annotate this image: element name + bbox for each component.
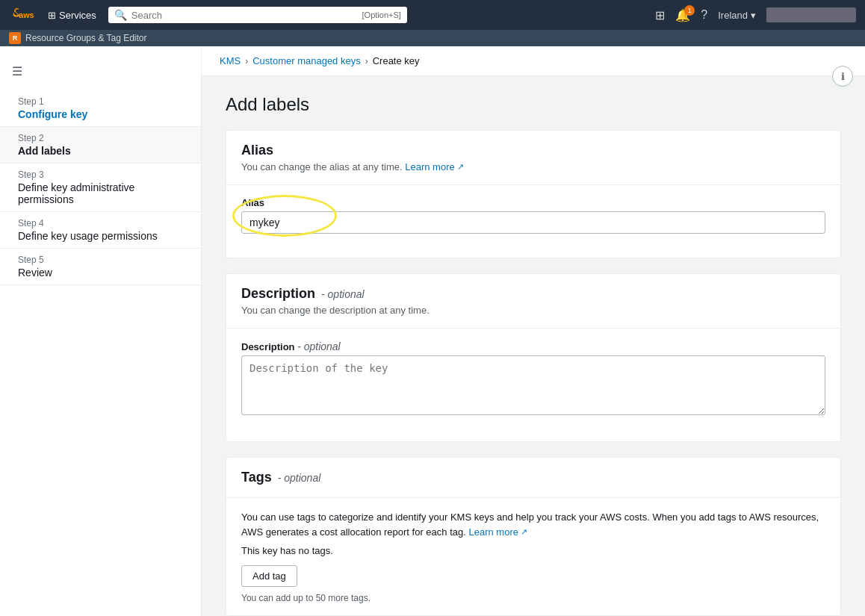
description-form-group: Description - optional	[241, 340, 825, 417]
breadcrumb-kms[interactable]: KMS	[220, 55, 241, 66]
step-item-2[interactable]: Step 2 Add labels	[0, 127, 201, 164]
alias-card-title: Alias	[241, 143, 825, 158]
help-button[interactable]: ?	[701, 8, 707, 22]
description-card-title: Description - optional	[241, 286, 825, 302]
tags-learn-more-link[interactable]: Learn more ↗	[468, 525, 527, 540]
svg-text:aws: aws	[19, 10, 34, 19]
sidebar-toggle[interactable]: ☰	[0, 58, 34, 84]
step-2-label: Step 2	[18, 133, 189, 143]
content-area: Add labels Alias You can change the alia…	[202, 76, 865, 616]
search-bar: 🔍 [Option+S]	[108, 7, 407, 23]
step-2-name: Add labels	[18, 145, 189, 157]
description-optional-label: - optional	[321, 288, 365, 300]
alias-card-header: Alias You can change the alias at any ti…	[226, 131, 840, 185]
step-3-label: Step 3	[18, 169, 189, 180]
nav-icons: ⊞ 🔔 1 ? Ireland ▾	[655, 7, 856, 22]
account-bar-inner: R Resource Groups & Tag Editor	[9, 32, 147, 44]
aws-logo: aws	[9, 7, 36, 23]
alias-input[interactable]	[241, 211, 825, 234]
step-item-5[interactable]: Step 5 Review	[0, 249, 201, 285]
services-button[interactable]: ⊞ Services	[45, 7, 99, 24]
alias-field-wrapper	[241, 211, 825, 234]
tags-card: Tags - optional You can use tags to cate…	[226, 457, 841, 616]
alias-form-group: Alias	[241, 197, 825, 234]
tags-description: You can use tags to categorize and ident…	[241, 510, 825, 539]
step-1-name: Configure key	[18, 108, 189, 120]
description-card-body: Description - optional	[226, 329, 840, 441]
description-textarea[interactable]	[241, 355, 825, 415]
info-icon: ℹ	[841, 71, 845, 82]
services-label: Services	[59, 10, 96, 21]
page-layout: ☰ Step 1 Configure key Step 2 Add labels…	[0, 46, 865, 616]
step-item-3[interactable]: Step 3 Define key administrative permiss…	[0, 164, 201, 212]
search-shortcut: [Option+S]	[362, 10, 401, 19]
description-label: Description - optional	[241, 340, 825, 352]
breadcrumb-create-key: Create key	[373, 55, 420, 66]
account-bar: R Resource Groups & Tag Editor	[0, 30, 865, 46]
resource-groups-icon: R	[9, 32, 21, 44]
step-item-1[interactable]: Step 1 Configure key	[0, 90, 201, 127]
alias-label: Alias	[241, 197, 825, 208]
alias-learn-more-link[interactable]: Learn more ↗	[405, 161, 463, 172]
alias-card: Alias You can change the alias at any ti…	[226, 130, 841, 258]
step-1-label: Step 1	[18, 96, 189, 107]
alias-card-body: Alias	[226, 185, 840, 258]
grid-icon: ⊞	[48, 10, 56, 21]
search-input[interactable]	[131, 10, 358, 21]
notification-badge: 1	[684, 5, 695, 16]
breadcrumb-customer-managed-keys[interactable]: Customer managed keys	[252, 55, 361, 66]
tag-limit-label: You can add up to 50 more tags.	[241, 593, 825, 603]
no-tags-label: This key has no tags.	[241, 545, 825, 556]
console-home-button[interactable]: ⊞	[655, 8, 665, 22]
region-label: Ireland	[718, 10, 748, 21]
breadcrumb-sep-2: ›	[365, 56, 368, 66]
info-icon-button[interactable]: ℹ	[832, 66, 853, 87]
step-4-label: Step 4	[18, 218, 189, 228]
step-5-name: Review	[18, 267, 189, 279]
tags-optional-label: - optional	[278, 472, 321, 484]
region-selector[interactable]: Ireland ▾	[718, 10, 756, 21]
search-icon: 🔍	[114, 9, 127, 21]
description-card-subtitle: You can change the description at any ti…	[241, 305, 825, 316]
notifications-button[interactable]: 🔔 1	[675, 8, 690, 22]
main-content: KMS › Customer managed keys › Create key…	[202, 46, 865, 616]
account-info	[766, 7, 856, 22]
description-card-header: Description - optional You can change th…	[226, 274, 840, 329]
top-nav: aws ⊞ Services 🔍 [Option+S] ⊞ 🔔 1 ? Irel…	[0, 0, 865, 30]
tags-card-title: Tags - optional	[241, 470, 825, 485]
alias-card-subtitle: You can change the alias at any time. Le…	[241, 161, 825, 172]
tags-card-header: Tags - optional	[226, 458, 840, 498]
tags-external-link-icon: ↗	[521, 526, 527, 538]
add-tag-button[interactable]: Add tag	[241, 565, 297, 587]
resource-groups-label: Resource Groups & Tag Editor	[25, 33, 147, 43]
description-card: Description - optional You can change th…	[226, 273, 841, 442]
step-list: Step 1 Configure key Step 2 Add labels S…	[0, 84, 201, 291]
breadcrumb-sep-1: ›	[245, 56, 248, 66]
tags-card-body: You can use tags to categorize and ident…	[226, 498, 840, 615]
step-5-label: Step 5	[18, 255, 189, 265]
external-link-icon: ↗	[457, 162, 464, 172]
chevron-down-icon: ▾	[751, 10, 756, 21]
page-title: Add labels	[226, 94, 841, 115]
breadcrumb: KMS › Customer managed keys › Create key	[202, 46, 865, 76]
step-4-name: Define key usage permissions	[18, 230, 189, 242]
sidebar: ☰ Step 1 Configure key Step 2 Add labels…	[0, 46, 202, 616]
step-item-4[interactable]: Step 4 Define key usage permissions	[0, 212, 201, 249]
step-3-name: Define key administrative permissions	[18, 181, 189, 205]
